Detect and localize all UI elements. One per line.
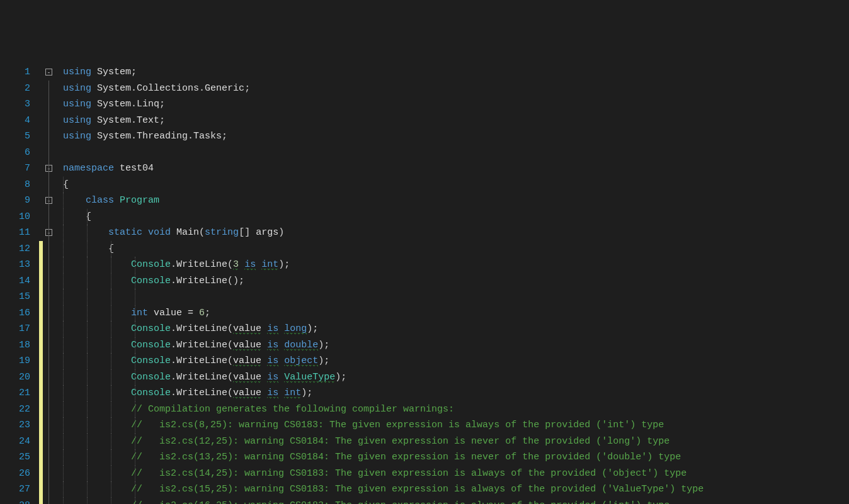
- code-line[interactable]: [63, 145, 849, 161]
- code-token: Main: [176, 227, 199, 238]
- code-token: Threading: [137, 131, 188, 142]
- indent-guide: [63, 209, 64, 225]
- code-line[interactable]: [63, 289, 849, 305]
- code-line[interactable]: Console.WriteLine(3 is int);: [63, 257, 849, 273]
- code-line[interactable]: Console.WriteLine(value is int);: [63, 385, 849, 401]
- line-number: 3: [0, 96, 30, 113]
- code-token: Text: [137, 115, 159, 126]
- modification-indicator: [39, 321, 43, 337]
- code-line[interactable]: class Program: [63, 193, 849, 209]
- code-token: // is2.cs(13,25): warning CS0184: The gi…: [131, 452, 681, 462]
- code-editor[interactable]: 1234567891011121314151617181920212223242…: [0, 64, 849, 504]
- outline-guide: [48, 481, 49, 498]
- modification-indicator: [39, 498, 43, 505]
- modification-indicator: [39, 481, 43, 498]
- code-token: // is2.cs(15,25): warning CS0183: The gi…: [131, 484, 704, 495]
- code-line[interactable]: {: [63, 177, 849, 193]
- outline-guide: [48, 369, 49, 386]
- indent-guide: [63, 289, 64, 305]
- modification-indicator: [39, 305, 43, 322]
- editor-margin: ----: [39, 64, 63, 504]
- code-token: (: [227, 388, 233, 398]
- indent-guide: [111, 417, 111, 434]
- code-line[interactable]: using System.Linq;: [63, 96, 849, 113]
- code-line[interactable]: Console.WriteLine(value is ValueType);: [63, 369, 849, 386]
- indent-guide: [63, 417, 64, 434]
- modification-indicator: [39, 466, 43, 482]
- code-token: (: [227, 259, 233, 270]
- modification-indicator: [39, 417, 43, 434]
- indent-guide: [87, 305, 88, 322]
- code-token: WriteLine: [176, 259, 227, 270]
- indent-guide: [63, 481, 64, 498]
- code-token: long: [284, 323, 307, 335]
- code-token: ;: [159, 99, 165, 109]
- code-token: string: [205, 227, 239, 238]
- code-token: Console: [131, 259, 171, 270]
- code-token: WriteLine: [176, 388, 227, 398]
- outline-guide: [48, 449, 49, 466]
- code-token: {: [63, 179, 69, 190]
- code-line[interactable]: // is2.cs(12,25): warning CS0184: The gi…: [63, 434, 849, 450]
- code-line[interactable]: // is2.cs(8,25): warning CS0183: The giv…: [63, 417, 849, 434]
- code-line[interactable]: // is2.cs(16,25): warning CS0183: The gi…: [63, 498, 849, 505]
- code-area[interactable]: using System;using System.Collections.Ge…: [63, 64, 849, 504]
- code-token: .: [188, 131, 193, 142]
- code-line[interactable]: // is2.cs(13,25): warning CS0184: The gi…: [63, 449, 849, 466]
- code-token: ): [278, 227, 284, 238]
- indent-guide: [63, 273, 64, 289]
- code-line[interactable]: Console.WriteLine(value is long);: [63, 321, 849, 337]
- code-line[interactable]: {: [63, 209, 849, 225]
- indent-guide: [111, 466, 111, 482]
- line-number: 20: [0, 369, 30, 386]
- code-line[interactable]: using System;: [63, 64, 849, 81]
- code-line[interactable]: using System.Text;: [63, 113, 849, 129]
- outline-guide: [48, 241, 49, 257]
- code-line[interactable]: static void Main(string[] args): [63, 225, 849, 241]
- code-line[interactable]: Console.WriteLine(value is object);: [63, 353, 849, 369]
- indent-guide: [63, 225, 64, 241]
- indent-guide: [63, 449, 64, 466]
- code-token: value: [233, 323, 261, 335]
- fold-toggle-icon[interactable]: -: [45, 69, 52, 76]
- code-token: value: [233, 340, 261, 351]
- code-line[interactable]: // is2.cs(14,25): warning CS0183: The gi…: [63, 466, 849, 482]
- code-line[interactable]: Console.WriteLine();: [63, 273, 849, 289]
- indent-guide: [135, 434, 135, 450]
- code-line[interactable]: namespace test04: [63, 160, 849, 177]
- indent-guide: [111, 449, 111, 466]
- indent-guide: [135, 305, 135, 322]
- code-token: ;: [205, 308, 210, 318]
- code-line[interactable]: using System.Collections.Generic;: [63, 81, 849, 97]
- line-number: 22: [0, 401, 30, 418]
- code-token: ;: [324, 356, 329, 366]
- indent-guide: [63, 353, 64, 369]
- line-number: 12: [0, 241, 30, 257]
- code-token: (: [227, 323, 233, 334]
- code-token: Linq: [137, 99, 159, 109]
- code-line[interactable]: // is2.cs(15,25): warning CS0183: The gi…: [63, 481, 849, 498]
- indent-guide: [63, 434, 64, 450]
- code-token: static: [108, 227, 142, 238]
- code-token: System: [97, 131, 131, 142]
- code-token: .: [171, 259, 176, 270]
- line-number: 1: [0, 64, 30, 81]
- code-token: ;: [131, 67, 137, 77]
- code-token: value: [233, 388, 261, 399]
- indent-guide: [111, 481, 111, 498]
- code-token: Console: [131, 388, 171, 398]
- code-line[interactable]: {: [63, 241, 849, 257]
- code-line[interactable]: Console.WriteLine(value is double);: [63, 337, 849, 354]
- code-token: ;: [222, 131, 227, 142]
- code-token: .: [171, 340, 176, 350]
- modification-indicator: [39, 241, 43, 257]
- indent-guide: [111, 241, 111, 257]
- code-line[interactable]: // Compilation generates the following c…: [63, 401, 849, 418]
- outline-guide: [48, 81, 49, 97]
- code-line[interactable]: using System.Threading.Tasks;: [63, 128, 849, 145]
- modification-indicator: [39, 257, 43, 273]
- code-line[interactable]: int value = 6;: [63, 305, 849, 322]
- outline-guide: [48, 305, 49, 322]
- code-token: ): [301, 388, 307, 398]
- modification-indicator: [39, 369, 43, 386]
